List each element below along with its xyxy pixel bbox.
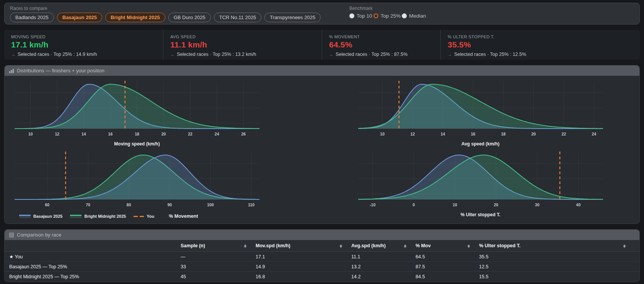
chart-cell-moving-speed: 101214161820222426 Moving speed (km/h): [5, 80, 322, 150]
svg-text:10: 10: [28, 132, 33, 136]
legend-label: You: [147, 214, 154, 219]
kpi-note-text: Selected races · Top 25% : 12.5%: [454, 52, 526, 57]
svg-text:24: 24: [215, 132, 219, 136]
legend-line-swatch: [70, 215, 82, 218]
distribution-chart: -10010203040: [358, 150, 603, 209]
table-row: Basajaun 2025 — Top 25%3314.913.287.512.…: [5, 262, 639, 272]
table-column-header[interactable]: % Mov◆: [416, 243, 479, 248]
benchmark-group: Benchmark Top 10Top 25%Median: [349, 6, 427, 19]
race-chip[interactable]: Basajaun 2025: [57, 13, 102, 22]
benchmark-option-label: Top 10: [357, 13, 372, 19]
radio-selected-icon: [375, 15, 377, 17]
value-cell: 16.8: [256, 274, 351, 279]
chart-cell-pct-ulter-stopped: -10010203040 % Ulter stopped T.: [322, 150, 640, 223]
races-to-compare-label: Races to compare: [10, 6, 634, 11]
value-cell: 84.5: [416, 274, 479, 279]
value-cell: 15.5: [479, 274, 635, 279]
arrow-right-icon: →: [448, 52, 452, 57]
legend-item: You: [134, 214, 154, 219]
distribution-chart: 60708090100110: [15, 150, 259, 209]
svg-text:20: 20: [161, 132, 166, 136]
table-row: ★ You—17.111.164.535.5: [5, 252, 639, 262]
benchmark-label: Benchmark: [349, 6, 427, 11]
race-cell: Bright Midnight 2025 — Top 25%: [9, 274, 181, 279]
race-chip[interactable]: TCR No.11 2025: [214, 13, 262, 22]
race-chip[interactable]: Bright Midnight 2025: [105, 13, 165, 22]
distributions-header: Distributions — finishers + your positio…: [5, 65, 639, 76]
svg-text:14: 14: [440, 132, 445, 136]
svg-text:80: 80: [127, 202, 131, 207]
svg-text:110: 110: [248, 202, 254, 207]
race-cell: ★ You: [9, 254, 181, 260]
arrow-right-icon: →: [329, 52, 333, 57]
table-column-header[interactable]: % Ulter stopped T.◆: [479, 243, 635, 248]
race-chip[interactable]: Badlands 2025: [10, 13, 54, 22]
bar-chart-icon: [9, 69, 14, 73]
race-chips: Badlands 2025Basajaun 2025Bright Midnigh…: [10, 13, 634, 22]
table-column-header[interactable]: Mov.spd (km/h)◆: [256, 243, 351, 248]
legend-label: Basajaun 2025: [33, 214, 62, 219]
comparison-table-body: ★ You—17.111.164.535.5Basajaun 2025 — To…: [5, 252, 639, 282]
sort-icon: ◆: [340, 243, 342, 248]
svg-text:100: 100: [207, 202, 214, 207]
benchmark-option[interactable]: Top 10: [349, 13, 372, 19]
svg-text:0: 0: [412, 202, 415, 207]
charts-grid: 101214161820222426 Moving speed (km/h) 1…: [5, 76, 639, 224]
svg-text:24: 24: [592, 132, 596, 136]
kpi-card: MOVING SPEED17.1 km/h→Selected races · T…: [4, 30, 163, 60]
benchmark-option[interactable]: Top 25%: [373, 13, 401, 19]
value-cell: 64.5: [416, 254, 479, 260]
kpi-label: AVG SPEED: [170, 34, 315, 39]
chart-caption: Avg speed (km/h): [358, 141, 603, 147]
kpi-card: % MOVEMENT64.5%→Selected races · Top 25%…: [322, 30, 440, 60]
legend-row: Basajaun 2025Bright Midnight 2025You% Mo…: [19, 214, 264, 219]
race-cell: Basajaun 2025 — Top 25%: [9, 264, 181, 269]
column-header-label: Avg.spd (km/h): [351, 243, 386, 248]
table-column-header[interactable]: Avg.spd (km/h)◆: [351, 243, 416, 248]
kpi-label: % ULTER STOPPED T.: [448, 34, 633, 39]
kpi-note-text: Selected races · Top 25% : 14.9 km/h: [18, 52, 97, 57]
kpi-label: % MOVEMENT: [329, 34, 434, 39]
benchmark-option-label: Median: [409, 13, 426, 19]
table-icon: [9, 233, 14, 237]
kpi-note-text: Selected races · Top 25% : 87.5%: [336, 52, 408, 57]
distributions-title: Distributions — finishers + your positio…: [17, 68, 104, 73]
race-chip[interactable]: GB Duro 2025: [168, 13, 211, 22]
svg-text:70: 70: [86, 202, 90, 207]
value-cell: 87.5: [416, 264, 479, 269]
legend-dashed-swatch: [134, 216, 144, 217]
svg-text:18: 18: [135, 132, 139, 136]
races-toolbar: Races to compare Badlands 2025Basajaun 2…: [4, 3, 640, 24]
legend-label: Bright Midnight 2025: [84, 214, 126, 219]
kpi-note: →Selected races · Top 25% : 12.5%: [448, 52, 633, 57]
value-cell: 14.9: [256, 264, 351, 269]
kpi-note: →Selected races · Top 25% : 14.9 km/h: [11, 52, 156, 57]
svg-text:10: 10: [380, 132, 385, 136]
chart-caption: Moving speed (km/h): [15, 141, 259, 147]
table-column-header[interactable]: Sample (n)◆: [181, 243, 256, 248]
chart-cell-avg-speed: 1012141618202224 Avg speed (km/h): [322, 80, 640, 150]
value-cell: 35.5: [479, 254, 635, 260]
kpi-label: MOVING SPEED: [11, 34, 156, 39]
benchmark-option[interactable]: Median: [402, 13, 426, 19]
page: Races to compare Badlands 2025Basajaun 2…: [0, 0, 644, 284]
value-cell: —: [181, 254, 256, 260]
svg-text:22: 22: [188, 132, 192, 136]
dash-icon: [140, 216, 144, 217]
column-header-label: % Ulter stopped T.: [479, 243, 520, 248]
benchmark-options: Top 10Top 25%Median: [349, 13, 427, 19]
arrow-right-icon: →: [11, 52, 15, 57]
comparison-header: Comparison by race: [5, 230, 639, 240]
legend-item: Basajaun 2025: [19, 214, 62, 219]
arrow-right-icon: →: [170, 52, 174, 57]
comparison-title: Comparison by race: [17, 232, 61, 238]
value-cell: 14.2: [351, 274, 416, 279]
value-cell: 33: [181, 264, 256, 269]
kpi-value: 35.5%: [448, 40, 633, 49]
table-header-row: Sample (n)◆Mov.spd (km/h)◆Avg.spd (km/h)…: [5, 240, 639, 252]
kpi-strip: MOVING SPEED17.1 km/h→Selected races · T…: [4, 30, 640, 60]
race-chip[interactable]: Transpyrenees 2025: [264, 13, 321, 22]
legend-line-swatch: [19, 215, 31, 218]
sort-icon: ◆: [623, 243, 626, 248]
legend-item: Bright Midnight 2025: [70, 214, 126, 219]
